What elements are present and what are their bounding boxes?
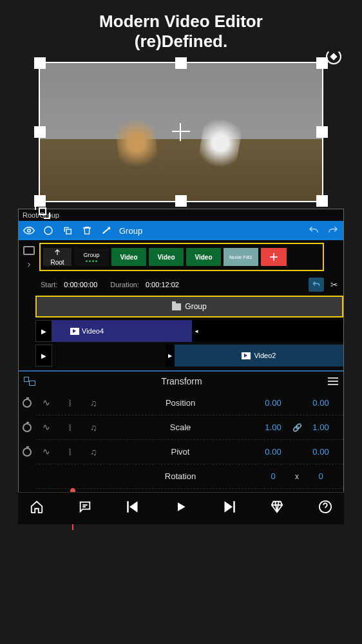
clip-video[interactable]: Video: [149, 248, 184, 266]
track-group[interactable]: Group: [35, 296, 343, 317]
visibility-eye-icon[interactable]: [23, 224, 35, 237]
video-icon: [70, 328, 79, 335]
hero-title: Modern Video Editor (re)Defined.: [0, 0, 362, 57]
copy-icon[interactable]: [61, 224, 74, 237]
wiggle-icon[interactable]: ⦚: [68, 423, 72, 432]
panel-list-icon[interactable]: [23, 246, 35, 255]
wiggle-icon[interactable]: ⦚: [68, 399, 72, 408]
stopwatch-icon[interactable]: [23, 423, 32, 432]
svg-rect-4: [233, 502, 235, 513]
comment-icon[interactable]: [75, 500, 95, 517]
prop-row-rotation: Rotation 0 x 0: [35, 464, 343, 489]
undo-icon[interactable]: [307, 224, 320, 237]
panel-chevron-right-icon[interactable]: ›: [28, 259, 31, 269]
music-note-icon[interactable]: ♫: [90, 447, 97, 457]
trash-icon[interactable]: [81, 224, 93, 237]
duration-label: Duration:: [110, 281, 139, 289]
svg-rect-2: [66, 229, 71, 234]
svg-point-0: [28, 229, 31, 232]
preview-content: [195, 105, 245, 182]
resize-handle-bc[interactable]: [175, 195, 187, 207]
prop-value-y[interactable]: 0.00: [303, 398, 338, 408]
prop-value-x[interactable]: 0.00: [256, 398, 291, 408]
step-back-icon[interactable]: [123, 497, 142, 520]
bottom-bar: [18, 492, 344, 524]
clip-video[interactable]: Video: [111, 248, 146, 266]
prop-value-y[interactable]: 1.00: [303, 422, 338, 432]
time-info: Start: 0:00:00:00 Duration: 0:00:12:02 ✂: [35, 274, 343, 296]
clip-group[interactable]: Group: [74, 248, 109, 266]
editor-panel: Root/Group Group › Root Group Video Vide…: [18, 209, 344, 524]
video2-clip[interactable]: Video2: [175, 345, 343, 366]
play-icon[interactable]: [171, 500, 191, 516]
wiggle-icon[interactable]: ⦚: [68, 448, 72, 457]
hamburger-menu-icon[interactable]: [328, 377, 338, 385]
resize-handle-mr[interactable]: [316, 126, 328, 138]
home-icon[interactable]: [27, 500, 46, 517]
clip-video[interactable]: Video: [186, 248, 221, 266]
group-clip[interactable]: Group: [37, 297, 342, 316]
transform-pivot-icon[interactable]: [24, 377, 35, 386]
link-icon[interactable]: 🔗: [291, 423, 303, 432]
resize-handle-tc[interactable]: [175, 57, 187, 69]
root-button[interactable]: Root: [43, 248, 71, 266]
edit-pencil-icon[interactable]: [100, 224, 113, 237]
diamond-icon[interactable]: [267, 500, 287, 517]
timeline-tracks: Group ▶ Video4 ▶ Video2: [35, 296, 343, 366]
prop-row-position: ⦚ ♫ Position 0.00 0.00: [35, 391, 343, 415]
rotate-handle-icon[interactable]: [326, 49, 341, 64]
preview-canvas[interactable]: [39, 62, 323, 202]
preview-content: [113, 106, 161, 181]
circle-icon[interactable]: [42, 224, 55, 237]
transform-panel: Transform ⦚ ♫ Position 0.00 0.00 ⦚ ♫ Sca…: [19, 370, 343, 489]
video-icon: [242, 352, 251, 359]
revert-icon[interactable]: [309, 278, 324, 292]
svg-rect-3: [128, 502, 129, 513]
scissors-cut-icon[interactable]: ✂: [330, 279, 338, 290]
stopwatch-icon[interactable]: [23, 448, 32, 457]
music-note-icon[interactable]: ♫: [90, 422, 97, 433]
resize-handle-tl[interactable]: [34, 57, 46, 69]
resize-handle-ml[interactable]: [34, 126, 46, 138]
music-note-icon[interactable]: ♫: [90, 398, 97, 408]
start-label: Start:: [41, 281, 57, 289]
rotation-x-label: x: [291, 472, 303, 481]
track-expand-icon[interactable]: ▶: [35, 345, 52, 366]
toolbar: Group: [19, 221, 343, 240]
prop-row-pivot: ⦚ ♫ Pivot 0.00 0.00: [35, 440, 343, 464]
track-video2[interactable]: ▶ Video2: [35, 345, 343, 366]
duration-value[interactable]: 0:00:12:02: [146, 281, 179, 289]
help-icon[interactable]: [316, 500, 335, 517]
prop-value-y[interactable]: 0: [303, 471, 338, 481]
prop-value-x[interactable]: 0.00: [256, 447, 291, 457]
prop-value-x[interactable]: 1.00: [256, 422, 291, 432]
track-video4[interactable]: ▶ Video4: [35, 320, 343, 342]
video4-clip[interactable]: Video4: [52, 320, 192, 342]
resize-handle-br[interactable]: [316, 195, 328, 207]
prop-row-scale: ⦚ ♫ Scale 1.00 🔗 1.00: [35, 415, 343, 440]
toolbar-group-label: Group: [119, 226, 142, 236]
stopwatch-icon[interactable]: [23, 399, 32, 408]
breadcrumb[interactable]: Root/Group: [19, 209, 343, 221]
curve-icon[interactable]: [43, 449, 52, 455]
folder-icon: [172, 303, 181, 310]
crop-indicator-icon[interactable]: [35, 204, 50, 219]
curve-icon[interactable]: [43, 424, 52, 431]
prop-label: Position: [105, 398, 256, 408]
prop-value-y[interactable]: 0.00: [303, 447, 338, 457]
prop-label: Scale: [105, 422, 256, 432]
add-clip-button[interactable]: +: [261, 248, 287, 266]
clip-nodefill[interactable]: Node Fill1: [224, 248, 258, 266]
track-expand-icon[interactable]: ▶: [35, 320, 52, 342]
clip-row: Root Group Video Video Video Node Fill1 …: [39, 243, 324, 271]
curve-icon[interactable]: [43, 400, 52, 406]
prop-label: Pivot: [105, 447, 256, 457]
prop-label: Rotation: [105, 471, 256, 481]
prop-value-x[interactable]: 0: [256, 471, 291, 481]
selection-frame[interactable]: [39, 62, 323, 202]
step-forward-icon[interactable]: [220, 497, 239, 520]
svg-point-1: [44, 227, 52, 234]
start-value[interactable]: 0:00:00:00: [64, 281, 97, 289]
redo-icon[interactable]: [327, 224, 339, 237]
pivot-crosshair-icon[interactable]: [172, 123, 190, 141]
